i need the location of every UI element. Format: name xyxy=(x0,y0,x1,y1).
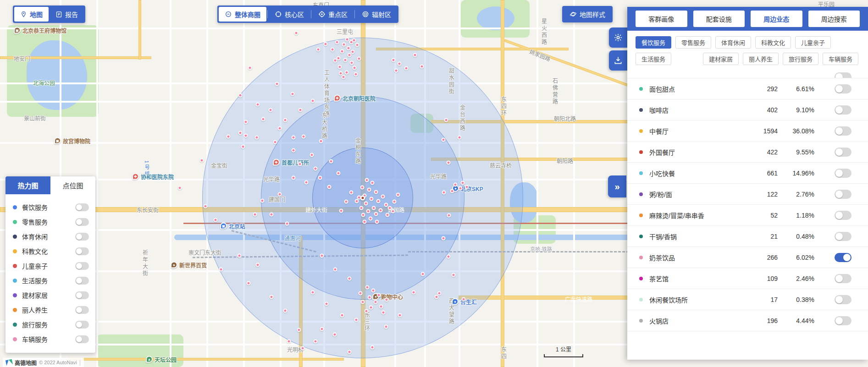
filter-chip-9[interactable]: 旅行服务 xyxy=(783,53,818,65)
poi-dot[interactable] xyxy=(247,281,251,285)
poi-dot[interactable] xyxy=(374,300,378,304)
left-tab-heatmap[interactable]: 热力图 xyxy=(6,176,50,194)
poi-dot[interactable] xyxy=(253,213,257,217)
poi-dot[interactable] xyxy=(338,65,342,69)
filter-chip-6[interactable]: 生活服务 xyxy=(636,53,671,65)
poi-dot[interactable] xyxy=(444,118,448,122)
poi-dot[interactable] xyxy=(396,193,400,197)
poi-dot[interactable] xyxy=(393,200,397,204)
poi-dot[interactable] xyxy=(320,327,324,331)
poi-dot[interactable] xyxy=(329,159,333,164)
poi-dot[interactable] xyxy=(452,273,456,277)
poi-dot[interactable] xyxy=(244,120,248,124)
poi-dot[interactable] xyxy=(363,220,367,224)
poi-dot[interactable] xyxy=(331,48,335,52)
poi-dot[interactable] xyxy=(304,181,309,185)
poi-dot[interactable] xyxy=(294,31,299,35)
center-location-marker[interactable] xyxy=(360,196,365,201)
poi-dot[interactable] xyxy=(241,145,245,149)
analysis-tab-4[interactable]: 周边搜索 xyxy=(808,11,860,27)
poi-dot[interactable] xyxy=(255,136,259,140)
poi-dot[interactable] xyxy=(285,222,289,226)
type-toggle[interactable] xyxy=(835,274,851,283)
poi-dot[interactable] xyxy=(311,99,315,103)
poi-dot[interactable] xyxy=(374,212,378,216)
poi-dot[interactable] xyxy=(354,72,358,77)
poi-dot[interactable] xyxy=(351,50,355,54)
poi-dot[interactable] xyxy=(391,209,395,214)
filter-chip-10[interactable]: 车辆服务 xyxy=(823,53,858,65)
map-view-button[interactable]: 地图 xyxy=(14,7,49,22)
poi-dot[interactable] xyxy=(381,311,386,315)
poi-dot[interactable] xyxy=(357,57,361,61)
poi-dot[interactable] xyxy=(384,203,388,207)
poi-dot[interactable] xyxy=(398,313,402,318)
poi-dot[interactable] xyxy=(350,61,354,65)
poi-dot[interactable] xyxy=(364,202,368,206)
poi-dot[interactable] xyxy=(421,272,425,276)
poi-dot[interactable] xyxy=(381,195,385,199)
poi-dot[interactable] xyxy=(370,345,375,350)
poi-dot[interactable] xyxy=(348,350,352,354)
poi-dot[interactable] xyxy=(365,178,369,182)
type-toggle[interactable] xyxy=(835,211,851,220)
poi-dot[interactable] xyxy=(371,289,376,293)
category-toggle[interactable] xyxy=(75,291,89,299)
poi-dot[interactable] xyxy=(270,213,274,217)
poi-dot[interactable] xyxy=(365,285,370,290)
poi-dot[interactable] xyxy=(291,92,295,96)
poi-dot[interactable] xyxy=(465,185,469,189)
district-button-2[interactable]: 核心区 xyxy=(269,7,310,22)
type-toggle[interactable] xyxy=(835,84,851,93)
poi-dot[interactable] xyxy=(442,191,446,195)
poi-dot[interactable] xyxy=(340,49,344,54)
poi-dot[interactable] xyxy=(376,199,381,203)
poi-dot[interactable] xyxy=(339,209,343,213)
type-toggle[interactable] xyxy=(835,316,851,325)
poi-dot[interactable] xyxy=(333,268,337,272)
panel-collapse-button[interactable]: » xyxy=(608,175,626,197)
district-button-4[interactable]: 辐射区 xyxy=(356,7,397,22)
poi-dot[interactable] xyxy=(413,53,417,57)
poi-dot[interactable] xyxy=(327,185,332,189)
poi-dot[interactable] xyxy=(442,138,446,142)
poi-dot[interactable] xyxy=(392,58,396,62)
type-toggle[interactable] xyxy=(835,148,851,157)
poi-dot[interactable] xyxy=(447,214,451,218)
poi-dot[interactable] xyxy=(462,297,466,301)
type-toggle[interactable] xyxy=(835,126,851,136)
poi-dot[interactable] xyxy=(283,309,287,313)
poi-dot[interactable] xyxy=(360,186,365,190)
filter-chip-5[interactable]: 儿童亲子 xyxy=(795,36,831,49)
poi-dot[interactable] xyxy=(450,189,454,193)
poi-dot[interactable] xyxy=(365,309,369,313)
filter-chip-3[interactable]: 体育休闲 xyxy=(715,36,751,49)
filter-chip-4[interactable]: 科教文化 xyxy=(755,36,791,49)
left-tab-points[interactable]: 点位图 xyxy=(50,176,95,194)
category-toggle[interactable] xyxy=(75,306,89,314)
poi-dot[interactable] xyxy=(278,126,282,131)
poi-dot[interactable] xyxy=(384,325,388,329)
poi-dot[interactable] xyxy=(349,191,354,195)
poi-dot[interactable] xyxy=(269,108,273,112)
poi-dot[interactable] xyxy=(256,263,260,267)
poi-dot[interactable] xyxy=(204,204,208,208)
poi-dot[interactable] xyxy=(318,176,322,180)
poi-dot[interactable] xyxy=(260,199,265,203)
poi-dot[interactable] xyxy=(319,139,323,143)
poi-dot[interactable] xyxy=(372,206,376,210)
poi-dot[interactable] xyxy=(325,302,329,306)
poi-dot[interactable] xyxy=(337,56,341,60)
poi-dot[interactable] xyxy=(348,277,352,281)
poi-dot[interactable] xyxy=(339,71,343,76)
poi-dot[interactable] xyxy=(297,328,301,332)
cutoff-toggle[interactable] xyxy=(835,72,851,78)
category-toggle[interactable] xyxy=(75,247,89,255)
type-toggle[interactable] xyxy=(835,190,851,199)
poi-dot[interactable] xyxy=(344,200,348,204)
filter-chip-7[interactable]: 建材家居 xyxy=(703,53,739,65)
poi-dot[interactable] xyxy=(310,153,314,157)
poi-dot[interactable] xyxy=(292,136,296,140)
category-toggle[interactable] xyxy=(75,203,89,211)
poi-dot[interactable] xyxy=(314,167,318,171)
